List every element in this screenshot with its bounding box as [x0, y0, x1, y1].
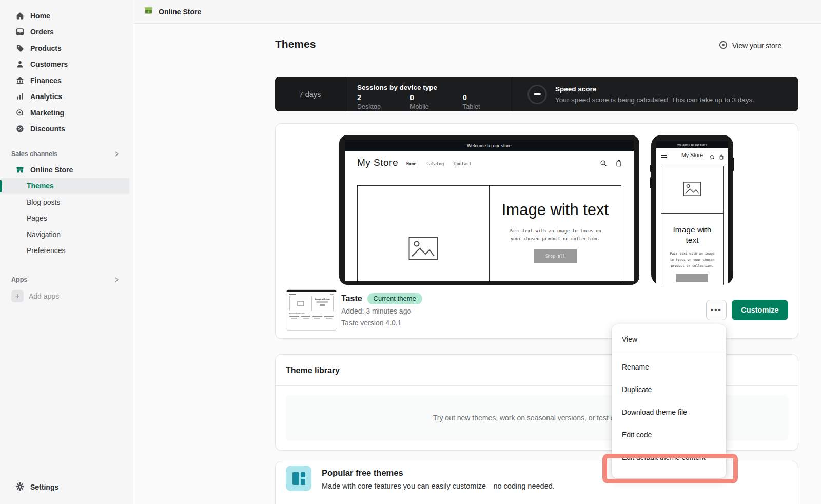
online-store-channel-icon [144, 6, 153, 17]
preview-hero-title: Image with text [673, 225, 712, 245]
sidebar: Home Orders Products Customers Finances … [0, 0, 133, 504]
stats-bar: 7 days Sessions by device type 2 Desktop… [275, 77, 798, 111]
theme-version-text: Taste version 4.0.1 [341, 319, 402, 327]
sidebar-item-navigation[interactable]: Navigation [0, 226, 133, 243]
sidebar-item-label: Home [30, 12, 50, 20]
sidebar-item-themes[interactable]: Themes [0, 178, 129, 195]
image-placeholder-icon [683, 182, 701, 198]
sidebar-item-label: Discounts [30, 125, 65, 133]
phone-preview-mockup: Welcome to our store My Store Image with… [651, 135, 733, 285]
sidebar-item-online-store[interactable]: Online Store [0, 162, 133, 178]
sidebar-item-marketing[interactable]: Marketing [0, 105, 133, 121]
cart-bag-icon [719, 152, 724, 162]
topbar-title: Online Store [159, 8, 201, 16]
themes-blocks-icon [286, 466, 311, 491]
sidebar-item-label: Themes [27, 182, 54, 190]
divider [612, 353, 726, 353]
menu-item-edit-default-theme-content[interactable]: Edit default theme content [612, 446, 726, 469]
current-theme-card: Welcome to our store My Store Home Catal… [275, 123, 798, 339]
online-store-icon [15, 165, 25, 175]
device-label: Desktop [357, 103, 410, 110]
sidebar-item-label: Online Store [30, 166, 73, 174]
three-dots-icon: ••• [711, 307, 722, 313]
device-value: 0 [463, 93, 516, 102]
announcement-bar: Welcome to our store [345, 140, 634, 151]
theme-library-title: Theme library [286, 366, 340, 375]
theme-name: Taste [341, 294, 362, 303]
speed-score-message: Your speed score is being calculated. Th… [555, 96, 754, 104]
customize-button[interactable]: Customize [732, 300, 788, 320]
current-theme-badge: Current theme [367, 293, 422, 304]
sidebar-item-finances[interactable]: Finances [0, 72, 133, 89]
sidebar-item-label: Finances [30, 76, 62, 85]
preview-nav-catalog: Catalog [426, 162, 444, 166]
topbar: Online Store [133, 0, 821, 24]
finances-icon [15, 76, 25, 85]
preview-store-name: My Store [357, 157, 398, 168]
sidebar-item-label: Marketing [30, 109, 64, 117]
sidebar-item-home[interactable]: Home [0, 8, 133, 24]
settings-label: Settings [30, 483, 58, 491]
sidebar-item-settings[interactable]: Settings [0, 478, 133, 496]
sidebar-item-label: Navigation [27, 230, 61, 239]
sidebar-item-label: Orders [30, 28, 54, 36]
sessions-title: Sessions by device type [357, 84, 513, 91]
apps-label: Apps [11, 276, 27, 283]
image-placeholder-icon [408, 237, 438, 262]
theme-actions-button[interactable]: ••• [706, 300, 727, 320]
discounts-icon [15, 124, 25, 133]
plus-icon: + [11, 290, 24, 302]
device-stat-mobile: 0 Mobile [410, 93, 463, 110]
marketing-icon [15, 108, 25, 118]
view-your-store-label: View your store [732, 42, 781, 50]
add-apps-button[interactable]: + Add apps [0, 287, 133, 305]
sidebar-item-blog-posts[interactable]: Blog posts [0, 194, 133, 210]
sidebar-item-orders[interactable]: Orders [0, 24, 133, 41]
tablet-preview-mockup: Welcome to our store My Store Home Catal… [339, 135, 639, 285]
menu-item-download-theme-file[interactable]: Download theme file [612, 401, 726, 423]
search-icon [600, 160, 607, 169]
active-indicator-bar [0, 180, 2, 192]
preview-nav-home: Home [406, 162, 416, 166]
announcement-bar: Welcome to our store [656, 141, 728, 148]
stats-range: 7 days [275, 77, 345, 111]
sidebar-item-customers[interactable]: Customers [0, 56, 133, 73]
gear-icon [15, 482, 25, 493]
sidebar-item-analytics[interactable]: Analytics [0, 89, 133, 105]
device-label: Mobile [410, 103, 463, 110]
shop-all-button [676, 274, 708, 282]
analytics-icon [15, 92, 25, 101]
speed-score-title: Speed score [555, 85, 754, 93]
add-apps-label: Add apps [29, 292, 59, 300]
apps-header[interactable]: Apps [0, 272, 133, 287]
menu-item-rename[interactable]: Rename [612, 356, 726, 378]
sidebar-item-label: Analytics [30, 92, 62, 101]
preview-nav-contact: Contact [454, 162, 472, 166]
image-placeholder-icon [297, 301, 304, 306]
view-your-store-button[interactable]: View your store [718, 40, 781, 51]
home-icon [15, 11, 25, 21]
sales-channels-label: Sales channels [11, 150, 57, 158]
sidebar-item-pages[interactable]: Pages [0, 210, 133, 227]
device-value: 0 [410, 93, 463, 102]
minus-circle-icon [527, 85, 547, 104]
search-icon [710, 152, 715, 162]
sidebar-item-discounts[interactable]: Discounts [0, 121, 133, 138]
speed-score-section: Speed score Your speed score is being ca… [513, 77, 798, 111]
menu-item-duplicate[interactable]: Duplicate [612, 378, 726, 401]
menu-item-view[interactable]: View [612, 327, 726, 351]
menu-item-edit-code[interactable]: Edit code [612, 423, 726, 446]
popular-free-themes-title: Popular free themes [322, 468, 403, 478]
popular-free-themes-subtitle: Made with core features you can easily c… [322, 482, 555, 490]
shop-all-button: Shop all [534, 249, 577, 263]
thumbnail-featured-label: Featured collection [289, 313, 337, 315]
sidebar-item-products[interactable]: Products [0, 40, 133, 56]
sidebar-item-label: Customers [30, 60, 68, 68]
chevron-right-icon [113, 151, 120, 157]
orders-icon [15, 27, 25, 36]
sales-channels-header[interactable]: Sales channels [0, 146, 133, 162]
sidebar-item-preferences[interactable]: Preferences [0, 243, 133, 259]
products-icon [15, 44, 25, 53]
chevron-right-icon [113, 277, 120, 283]
thumbnail-hero-title: Image with text [315, 298, 330, 300]
